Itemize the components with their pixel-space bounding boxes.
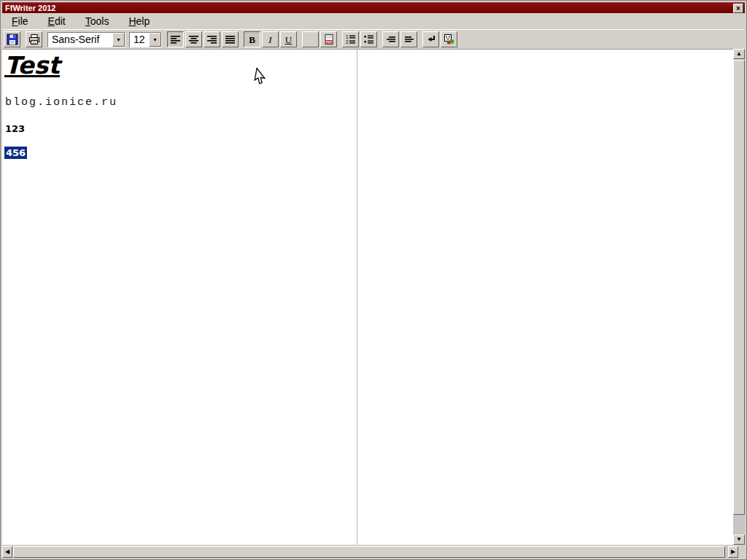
triangle-left-icon: ◀ — [5, 549, 9, 555]
app-window: { "window": { "title": "FfWriter 2012", … — [0, 0, 747, 560]
numbered-list-button[interactable]: 12 — [342, 31, 359, 47]
doc-line-url[interactable]: blog.ionice.ru — [5, 96, 117, 109]
bold-button[interactable]: B — [244, 31, 260, 47]
horizontal-scrollbar[interactable]: ◀ ▶ — [2, 546, 738, 558]
bullet-list-button[interactable] — [360, 31, 377, 47]
align-left-button[interactable] — [167, 31, 184, 47]
scroll-left-button[interactable]: ◀ — [2, 546, 12, 558]
image-color-icon — [444, 34, 455, 45]
menu-help[interactable]: Help — [123, 14, 155, 28]
menu-edit-label-rest: dit — [55, 15, 66, 27]
align-center-icon — [188, 34, 200, 45]
menu-edit[interactable]: Edit — [43, 14, 71, 28]
indent-increase-icon — [403, 34, 415, 45]
titlebar[interactable]: FfWriter 2012 × — [2, 2, 745, 13]
bullet-list-icon — [363, 34, 375, 45]
menu-tools-label-rest: ools — [90, 15, 109, 27]
save-icon — [7, 34, 18, 45]
close-button[interactable]: × — [733, 4, 743, 13]
print-button[interactable] — [26, 31, 42, 47]
close-icon: × — [736, 5, 740, 12]
svg-text:1: 1 — [346, 34, 349, 39]
blank-button[interactable] — [302, 31, 319, 47]
font-size-dropdown-button[interactable]: ▼ — [149, 33, 161, 47]
italic-icon: I — [268, 35, 271, 44]
menu-file-label: F — [12, 15, 18, 27]
line-break-button[interactable] — [422, 31, 439, 47]
font-size-value[interactable]: 12 — [130, 33, 149, 47]
indent-increase-button[interactable] — [400, 31, 417, 47]
vertical-scrollbar-thumb[interactable] — [733, 60, 745, 515]
export-pdf-button[interactable]: PDF — [320, 31, 337, 47]
chevron-down-icon: ▼ — [116, 37, 121, 42]
page-boundary-line — [357, 50, 357, 545]
window-title: FfWriter 2012 — [2, 3, 56, 14]
svg-text:2: 2 — [346, 39, 349, 44]
doc-heading[interactable]: Test — [4, 51, 60, 79]
underline-icon: U — [285, 35, 292, 44]
print-icon — [28, 34, 40, 45]
menu-file[interactable]: File — [7, 14, 34, 28]
scroll-up-button[interactable]: ▲ — [733, 49, 745, 59]
menu-help-label: H — [128, 15, 136, 27]
pdf-icon: PDF — [323, 34, 335, 45]
return-arrow-icon — [425, 34, 437, 45]
align-justify-icon — [225, 34, 236, 45]
indent-decrease-button[interactable] — [382, 31, 399, 47]
italic-button[interactable]: I — [262, 31, 279, 47]
font-family-dropdown-button[interactable]: ▼ — [112, 33, 125, 47]
bold-icon: B — [249, 35, 255, 44]
triangle-down-icon: ▼ — [736, 537, 742, 542]
triangle-up-icon: ▲ — [736, 51, 742, 57]
menu-edit-label: E — [48, 15, 55, 27]
scroll-down-button[interactable]: ▼ — [733, 534, 745, 545]
underline-button[interactable]: U — [280, 31, 297, 47]
menu-tools-label: T — [85, 15, 90, 27]
doc-line-123[interactable]: 123 — [5, 123, 25, 134]
vertical-scrollbar[interactable]: ▲ ▼ — [733, 49, 745, 545]
save-button[interactable] — [4, 31, 20, 47]
font-family-combobox[interactable]: Sans-Serif ▼ — [47, 32, 125, 47]
chevron-down-icon: ▼ — [152, 37, 158, 42]
numbered-list-icon: 12 — [345, 34, 357, 45]
toolbar: Sans-Serif ▼ 12 ▼ B I U PDF 12 — [2, 29, 745, 49]
menu-bar: File Edit Tools Help — [2, 13, 745, 29]
triangle-right-icon: ▶ — [731, 549, 735, 555]
indent-decrease-icon — [385, 34, 397, 45]
menu-file-label-rest: ile — [18, 15, 28, 27]
align-left-icon — [170, 34, 182, 45]
svg-text:PDF: PDF — [325, 40, 332, 44]
doc-line-456-selected[interactable]: 456 — [4, 147, 27, 159]
document-area[interactable]: Test blog.ionice.ru 123 456 — [2, 49, 733, 545]
menu-help-label-rest: elp — [136, 15, 150, 27]
horizontal-scrollbar-thumb[interactable] — [13, 546, 725, 558]
align-center-button[interactable] — [185, 31, 202, 47]
align-right-button[interactable] — [204, 31, 220, 47]
menu-tools[interactable]: Tools — [80, 14, 115, 28]
align-right-icon — [206, 34, 218, 45]
insert-image-button[interactable] — [441, 31, 457, 47]
font-family-value[interactable]: Sans-Serif — [48, 33, 112, 47]
font-size-combobox[interactable]: 12 ▼ — [129, 32, 162, 47]
scroll-right-button[interactable]: ▶ — [728, 546, 738, 558]
align-justify-button[interactable] — [222, 31, 239, 47]
